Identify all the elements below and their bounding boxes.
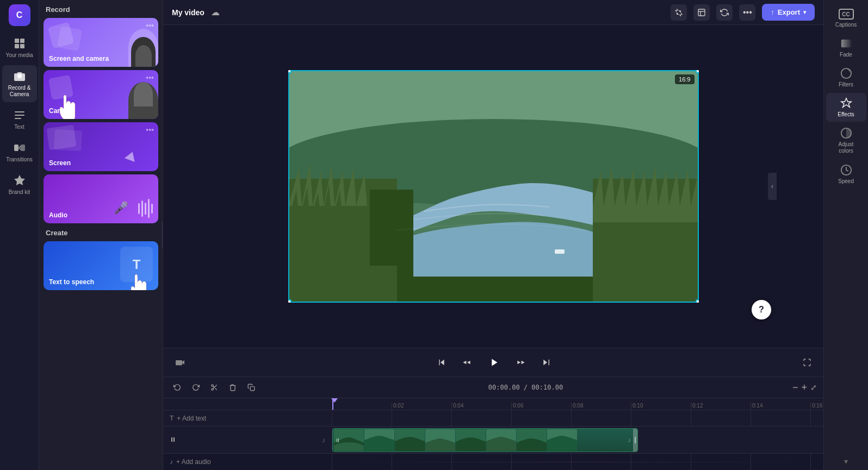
sidebar-label-brand: Brand kit	[9, 189, 30, 196]
video-preview: 16:9	[288, 70, 699, 303]
redo-btn[interactable]	[188, 380, 203, 395]
sidebar-item-text[interactable]: Text	[2, 104, 37, 135]
text-track-row: T + Add text	[163, 410, 823, 427]
clip-pause-overlay: ⏸	[335, 437, 340, 443]
text-track-icon: T	[170, 415, 173, 422]
play-pause-btn[interactable]	[483, 352, 505, 373]
export-label: Export	[778, 8, 800, 16]
right-panel-item-filters[interactable]: Filters	[826, 63, 866, 92]
icon-sidebar: C Your media Record &Camera Text Transit…	[0, 0, 39, 470]
captions-label: Captions	[835, 22, 857, 28]
audio-note-icon: ♪	[170, 458, 173, 466]
svg-rect-17	[288, 266, 397, 303]
right-panel-item-captions[interactable]: CC Captions	[826, 4, 866, 32]
sidebar-label-text: Text	[14, 124, 24, 130]
record-card-screen[interactable]: Screen •••	[44, 122, 158, 171]
skip-to-end-btn[interactable]	[537, 354, 555, 371]
duplicate-btn[interactable]	[244, 380, 259, 395]
record-card-camera[interactable]: Camera ••• 1	[44, 70, 158, 119]
sidebar-item-record-camera[interactable]: Record &Camera	[2, 65, 37, 102]
speed-icon	[840, 164, 852, 176]
add-audio-btn[interactable]: + Add audio	[176, 458, 211, 466]
record-card-camera-dots: •••	[146, 73, 154, 82]
main-area: My video ☁ ••• ↑ Export ▾	[163, 0, 823, 470]
rotate-tool-btn[interactable]	[716, 4, 733, 21]
mini-camera-icon	[176, 359, 184, 366]
camera-display-btn[interactable]	[172, 354, 188, 371]
video-track-label: ♪	[163, 435, 332, 445]
svg-rect-3	[20, 44, 24, 48]
sidebar-item-your-media[interactable]: Your media	[2, 33, 37, 63]
handle-top-left[interactable]	[288, 70, 292, 73]
video-track-pause-btn[interactable]	[170, 435, 176, 445]
skip-back-icon	[437, 358, 446, 367]
text-icon	[13, 109, 26, 122]
sidebar-item-brand-kit[interactable]: Brand kit	[2, 170, 37, 200]
right-panel-item-speed[interactable]: Speed	[826, 160, 866, 189]
clip-audio-icon: ♪	[628, 436, 631, 444]
effects-label: Effects	[838, 111, 854, 117]
record-card-screen-label: Screen	[49, 159, 71, 167]
add-text-btn[interactable]: + Add text	[177, 415, 206, 422]
delete-btn[interactable]	[225, 380, 240, 395]
layout-tool-btn[interactable]	[693, 4, 710, 21]
sidebar-item-transitions[interactable]: Transitions	[2, 137, 37, 167]
more-options-btn[interactable]: •••	[739, 4, 755, 21]
collapse-right-panel[interactable]: ‹	[768, 173, 777, 200]
handle-top-right[interactable]	[696, 70, 699, 73]
crop-icon	[674, 8, 683, 17]
skip-to-start-btn[interactable]	[433, 354, 450, 371]
right-panel-item-effects[interactable]: Effects	[826, 93, 866, 122]
fullscreen-btn[interactable]	[799, 355, 815, 370]
ruler-tick-6: 0:12	[691, 403, 751, 410]
svg-point-22	[212, 388, 214, 391]
skip-forward-icon	[542, 358, 550, 367]
zoom-out-btn[interactable]: −	[792, 382, 798, 393]
fullscreen-icon	[803, 358, 811, 367]
help-button[interactable]: ?	[752, 300, 771, 319]
svg-rect-2	[15, 44, 19, 48]
record-card-tts[interactable]: T Text to speech 2	[44, 241, 158, 290]
svg-rect-19	[555, 249, 565, 254]
crop-tool-btn[interactable]	[671, 4, 687, 21]
filters-icon	[840, 67, 852, 79]
scissors-icon	[210, 384, 218, 391]
expand-timeline-btn[interactable]: ⤢	[810, 383, 817, 392]
playhead-triangle	[331, 398, 338, 403]
fast-forward-btn[interactable]	[512, 354, 530, 371]
clip-end-handle[interactable]	[633, 429, 637, 452]
svg-rect-6	[21, 145, 25, 151]
right-panel-item-fade[interactable]: Fade	[826, 33, 866, 62]
hand-cursor-1-container: 1	[54, 92, 82, 119]
record-card-screen-camera-dots: •••	[146, 21, 154, 30]
rewind-btn[interactable]	[458, 354, 475, 371]
fade-icon	[840, 37, 852, 49]
handle-bottom-right[interactable]	[696, 299, 699, 303]
project-title[interactable]: My video	[172, 8, 204, 17]
play-icon	[488, 356, 500, 368]
right-panel-collapse-arrow[interactable]: ▾	[844, 457, 848, 466]
effects-icon	[840, 97, 852, 109]
right-panel-item-adjust-colors[interactable]: Adjustcolors	[826, 123, 866, 159]
ruler-tick-0	[332, 409, 392, 410]
svg-rect-7	[698, 9, 705, 16]
record-card-audio[interactable]: 🎤 Audio	[44, 174, 158, 223]
sidebar-label-your-media: Your media	[5, 52, 33, 59]
export-button[interactable]: ↑ Export ▾	[762, 4, 815, 21]
video-frame[interactable]	[288, 70, 699, 303]
handle-bottom-left[interactable]	[288, 299, 292, 303]
sidebar-label-transitions: Transitions	[6, 156, 33, 163]
brand-icon	[13, 174, 26, 187]
record-card-screen-camera[interactable]: Screen and camera •••	[44, 18, 158, 67]
zoom-in-btn[interactable]: +	[801, 382, 807, 393]
video-scene-svg	[288, 70, 699, 303]
export-dropdown-icon: ▾	[803, 9, 806, 15]
cut-btn[interactable]	[207, 380, 222, 395]
undo-btn[interactable]	[170, 380, 185, 395]
pause-icon-track	[170, 436, 176, 443]
ruler-tick-2: 0:04	[451, 403, 511, 410]
video-clip[interactable]: ⏸ ♪	[332, 428, 638, 452]
video-track-row: ♪	[163, 427, 823, 454]
camera-icon	[13, 70, 26, 83]
app-logo-icon: C	[9, 4, 30, 26]
